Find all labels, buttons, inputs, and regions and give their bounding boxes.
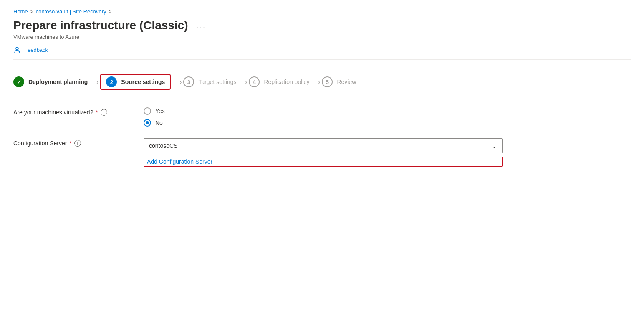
add-configuration-server-link[interactable]: Add Configuration Server [144, 157, 503, 167]
step-sep-4: › [318, 78, 320, 86]
feedback-icon [13, 46, 21, 53]
page-subtitle: VMware machines to Azure [13, 34, 631, 40]
virtualized-radio-group: Yes No [144, 107, 165, 127]
step-deployment-planning[interactable]: ✓ Deployment planning [13, 74, 94, 90]
dropdown-chevron-icon: ⌄ [492, 142, 497, 150]
wizard-steps: ✓ Deployment planning › 2 Source setting… [13, 71, 631, 92]
svg-point-0 [16, 47, 18, 50]
breadcrumb-home[interactable]: Home [13, 8, 28, 15]
breadcrumb-vault[interactable]: contoso-vault | Site Recovery [36, 8, 106, 15]
config-server-required: * [69, 140, 71, 147]
radio-no-circle [144, 119, 151, 127]
step-1-circle: ✓ [13, 76, 24, 87]
step-1-label: Deployment planning [28, 79, 88, 85]
config-server-label: Configuration Server [13, 140, 67, 147]
breadcrumb-sep2: > [109, 9, 112, 15]
virtualized-label-col: Are your machines virtualized? * i [13, 107, 130, 116]
form-section: Are your machines virtualized? * i Yes [13, 107, 598, 167]
step-source-settings[interactable]: 2 Source settings [100, 71, 177, 92]
breadcrumb-sep1: > [30, 9, 33, 15]
virtualized-control-col: Yes No [144, 107, 165, 127]
step-review[interactable]: 5 Review [322, 74, 363, 90]
step-3-label: Target settings [198, 79, 236, 85]
config-server-label-col: Configuration Server * i [13, 138, 130, 147]
radio-yes[interactable]: Yes [144, 107, 165, 115]
step-5-label: Review [337, 79, 356, 85]
step-2-active-box: 2 Source settings [100, 74, 171, 90]
virtualized-info-icon[interactable]: i [101, 109, 107, 116]
step-sep-3: › [245, 78, 247, 86]
config-server-control-col: contosoCS ⌄ Add Configuration Server [144, 138, 503, 167]
virtualized-label: Are your machines virtualized? [13, 109, 93, 116]
page-title-row: Prepare infrastructure (Classic) ... [13, 19, 631, 32]
divider [13, 59, 631, 60]
page-title: Prepare infrastructure (Classic) [13, 19, 188, 32]
breadcrumb: Home > contoso-vault | Site Recovery > [13, 8, 631, 15]
virtualized-row: Are your machines virtualized? * i Yes [13, 107, 598, 127]
step-2-circle: 2 [106, 76, 117, 87]
config-server-dropdown[interactable]: contosoCS ⌄ [144, 138, 503, 153]
step-2-label: Source settings [121, 79, 165, 85]
radio-no-dot [146, 121, 149, 124]
step-sep-2: › [179, 78, 182, 86]
ellipsis-button[interactable]: ... [193, 19, 210, 32]
config-server-dropdown-wrapper: contosoCS ⌄ [144, 138, 503, 153]
feedback-row[interactable]: Feedback [13, 46, 631, 53]
config-server-row: Configuration Server * i contosoCS ⌄ Add… [13, 138, 598, 167]
radio-yes-label: Yes [155, 108, 165, 114]
virtualized-required: * [96, 109, 98, 116]
step-replication-policy[interactable]: 4 Replication policy [249, 74, 316, 90]
config-server-info-icon[interactable]: i [74, 140, 81, 147]
config-server-value: contosoCS [149, 142, 177, 149]
radio-yes-circle [144, 107, 151, 115]
step-target-settings[interactable]: 3 Target settings [183, 74, 243, 90]
radio-no-label: No [155, 119, 163, 126]
step-sep-1: › [96, 78, 98, 86]
radio-no[interactable]: No [144, 119, 165, 127]
page-container: Home > contoso-vault | Site Recovery > P… [0, 0, 644, 309]
step-4-circle: 4 [249, 76, 260, 87]
step-4-label: Replication policy [264, 79, 309, 85]
step-5-circle: 5 [322, 76, 333, 87]
feedback-label: Feedback [24, 47, 48, 53]
step-3-circle: 3 [183, 76, 194, 87]
